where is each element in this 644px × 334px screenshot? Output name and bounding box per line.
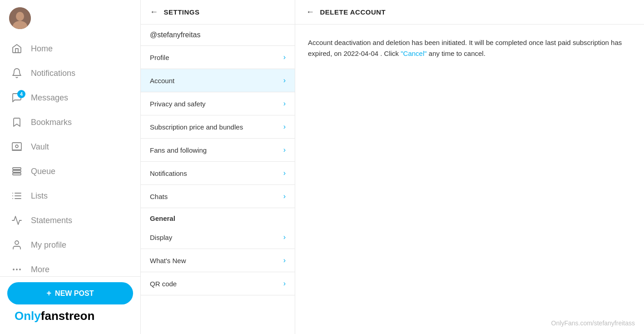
- svg-rect-3: [12, 143, 21, 150]
- detail-panel: ← DELETE ACCOUNT Account deactivation an…: [295, 0, 644, 334]
- svg-rect-7: [13, 170, 21, 172]
- sidebar-item-lists[interactable]: Lists: [0, 184, 140, 208]
- chevron-right-icon: ›: [283, 53, 286, 61]
- new-post-button[interactable]: + NEW POST: [7, 282, 133, 304]
- logo-treon: treon: [65, 309, 94, 323]
- settings-item-whats-new-label: What's New: [150, 257, 186, 264]
- delete-account-message-after: any time to cancel.: [427, 50, 485, 57]
- settings-back-button[interactable]: ←: [150, 7, 159, 17]
- sidebar-item-statements[interactable]: Statements: [0, 208, 140, 233]
- settings-item-qr-code[interactable]: QR code ›: [141, 272, 295, 295]
- settings-header: ← SETTINGS: [141, 0, 295, 25]
- more-icon: [11, 264, 23, 275]
- sidebar-item-more-label: More: [31, 265, 50, 274]
- delete-account-header: ← DELETE ACCOUNT: [295, 0, 644, 25]
- sidebar-item-home[interactable]: Home: [0, 36, 140, 61]
- chevron-right-icon: ›: [283, 146, 286, 154]
- sidebar-item-messages-label: Messages: [31, 93, 68, 103]
- settings-item-privacy[interactable]: Privacy and safety ›: [141, 92, 295, 115]
- chevron-right-icon: ›: [283, 169, 286, 177]
- settings-item-display[interactable]: Display ›: [141, 226, 295, 249]
- sidebar-item-notifications-label: Notifications: [31, 69, 75, 78]
- settings-item-account-label: Account: [150, 77, 174, 85]
- settings-item-privacy-label: Privacy and safety: [150, 100, 206, 108]
- settings-item-profile-label: Profile: [150, 54, 169, 61]
- chevron-right-icon: ›: [283, 123, 286, 131]
- sidebar-item-vault-label: Vault: [31, 142, 49, 152]
- settings-item-subscription-label: Subscription price and bundles: [150, 123, 243, 131]
- settings-title: SETTINGS: [164, 8, 200, 16]
- sidebar-item-home-label: Home: [31, 44, 53, 54]
- settings-item-fans-label: Fans and following: [150, 146, 207, 154]
- home-icon: [11, 43, 23, 55]
- username-row: @stefanyfreitas: [141, 25, 295, 46]
- new-post-label: NEW POST: [55, 289, 94, 298]
- settings-item-notifications-label: Notifications: [150, 169, 187, 177]
- settings-panel: ← SETTINGS @stefanyfreitas Profile › Acc…: [141, 0, 295, 334]
- sidebar-item-vault[interactable]: Vault: [0, 135, 140, 159]
- logo-text: Onlyfanstreon: [15, 309, 94, 323]
- sidebar-item-messages[interactable]: 4 Messages: [0, 85, 140, 110]
- sidebar-item-queue-label: Queue: [31, 167, 55, 176]
- general-section-label: General: [141, 208, 295, 226]
- cancel-link[interactable]: "Cancel": [401, 50, 426, 57]
- sidebar-item-lists-label: Lists: [31, 191, 48, 201]
- delete-account-back-button[interactable]: ←: [306, 7, 315, 17]
- logo-fans: fans: [41, 309, 65, 323]
- lists-icon: [11, 190, 23, 202]
- settings-item-notifications[interactable]: Notifications ›: [141, 162, 295, 185]
- sidebar-item-notifications[interactable]: Notifications: [0, 61, 140, 85]
- logo-only: Only: [15, 309, 41, 323]
- sidebar-nav: Home Notifications 4 Messages: [0, 36, 140, 276]
- sidebar-item-statements-label: Statements: [31, 216, 72, 225]
- sidebar-item-my-profile-label: My profile: [31, 240, 66, 250]
- svg-rect-6: [13, 168, 21, 169]
- settings-item-fans[interactable]: Fans and following ›: [141, 139, 295, 162]
- settings-item-account[interactable]: Account ›: [141, 69, 295, 92]
- sidebar-item-queue[interactable]: Queue: [0, 159, 140, 184]
- svg-point-17: [20, 269, 20, 270]
- sidebar-bottom: + NEW POST Onlyfanstreon: [0, 276, 140, 334]
- settings-item-qr-code-label: QR code: [150, 280, 177, 288]
- plus-icon: +: [47, 289, 52, 298]
- bookmark-icon: [11, 116, 23, 128]
- settings-item-display-label: Display: [150, 234, 172, 241]
- profile-icon: [11, 239, 23, 251]
- messages-badge: 4: [17, 90, 25, 98]
- sidebar-item-more[interactable]: More: [0, 257, 140, 276]
- username-label: @stefanyfreitas: [150, 31, 200, 39]
- settings-item-chats[interactable]: Chats ›: [141, 185, 295, 208]
- svg-point-15: [15, 241, 19, 244]
- chevron-right-icon: ›: [283, 279, 286, 288]
- bell-icon: [11, 67, 23, 79]
- sidebar-item-bookmarks[interactable]: Bookmarks: [0, 110, 140, 135]
- sidebar-item-my-profile[interactable]: My profile: [0, 233, 140, 257]
- queue-icon: [11, 165, 23, 177]
- svg-point-4: [15, 145, 18, 148]
- delete-account-title: DELETE ACCOUNT: [320, 8, 386, 16]
- statements-icon: [11, 214, 23, 226]
- chevron-right-icon: ›: [283, 233, 286, 241]
- settings-item-whats-new[interactable]: What's New ›: [141, 249, 295, 272]
- chevron-right-icon: ›: [283, 256, 286, 264]
- logo: Onlyfanstreon: [7, 304, 133, 329]
- sidebar: Home Notifications 4 Messages: [0, 0, 141, 334]
- chevron-right-icon: ›: [283, 192, 286, 200]
- svg-rect-8: [13, 173, 21, 175]
- settings-item-profile[interactable]: Profile ›: [141, 46, 295, 69]
- chevron-right-icon: ›: [283, 100, 286, 108]
- sidebar-item-bookmarks-label: Bookmarks: [31, 118, 72, 127]
- settings-item-subscription[interactable]: Subscription price and bundles ›: [141, 115, 295, 139]
- avatar[interactable]: [9, 7, 31, 29]
- chevron-right-icon: ›: [283, 76, 286, 85]
- svg-point-18: [13, 269, 14, 270]
- vault-icon: [11, 141, 23, 153]
- settings-item-chats-label: Chats: [150, 193, 168, 200]
- avatar-container: [0, 0, 140, 36]
- svg-point-1: [16, 12, 24, 21]
- svg-point-16: [16, 269, 17, 270]
- delete-account-content: Account deactivation and deletion has be…: [295, 25, 644, 72]
- watermark: OnlyFans.com/stefanyfreitass: [551, 319, 635, 327]
